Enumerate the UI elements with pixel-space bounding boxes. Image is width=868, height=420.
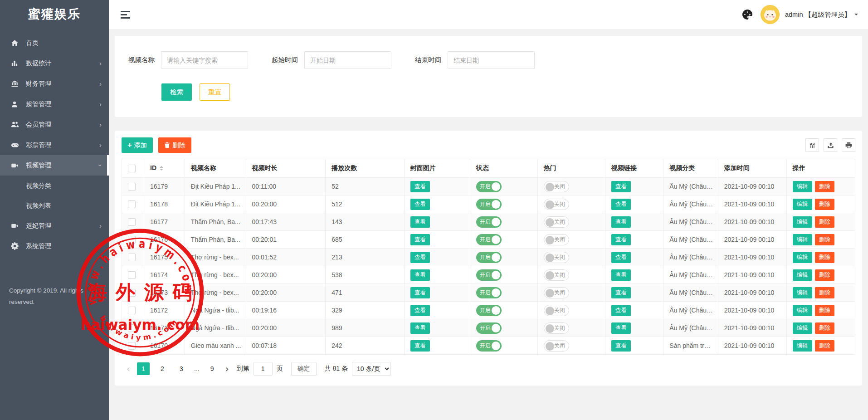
sidebar-item-concubine[interactable]: 选妃管理 › — [0, 215, 109, 236]
next-page-icon[interactable]: › — [225, 363, 229, 374]
sidebar-item-lottery[interactable]: 彩票管理 › — [0, 135, 109, 155]
view-cover-button[interactable]: 查看 — [410, 199, 430, 210]
row-checkbox[interactable] — [128, 183, 136, 190]
status-toggle-on[interactable]: 开启 — [476, 340, 502, 352]
delete-row-button[interactable]: 删除 — [815, 340, 834, 352]
view-cover-button[interactable]: 查看 — [410, 269, 430, 281]
hot-toggle-off[interactable]: 关闭 — [544, 340, 569, 352]
row-checkbox[interactable] — [128, 289, 136, 297]
hot-toggle-off[interactable]: 关闭 — [544, 199, 569, 210]
user-avatar[interactable] — [761, 5, 780, 24]
prev-page-icon[interactable]: ‹ — [127, 363, 130, 374]
edit-button[interactable]: 编辑 — [793, 181, 812, 192]
sidebar-item-system[interactable]: 系统管理 › — [0, 236, 109, 256]
status-toggle-on[interactable]: 开启 — [476, 199, 502, 210]
view-link-button[interactable]: 查看 — [611, 269, 631, 281]
filter-columns-icon[interactable] — [805, 138, 819, 152]
sidebar-subitem-video-list[interactable]: 视频列表 — [0, 195, 109, 215]
status-toggle-on[interactable]: 开启 — [476, 216, 502, 228]
delete-row-button[interactable]: 删除 — [815, 199, 834, 210]
view-link-button[interactable]: 查看 — [611, 252, 631, 263]
hot-toggle-off[interactable]: 关闭 — [544, 252, 569, 263]
page-1[interactable]: 1 — [137, 362, 150, 375]
row-checkbox[interactable] — [128, 236, 136, 244]
row-checkbox[interactable] — [128, 200, 136, 208]
view-cover-button[interactable]: 查看 — [410, 305, 430, 316]
view-cover-button[interactable]: 查看 — [410, 181, 430, 192]
sort-icon[interactable] — [160, 164, 163, 172]
view-cover-button[interactable]: 查看 — [410, 340, 430, 352]
view-link-button[interactable]: 查看 — [611, 234, 631, 245]
row-checkbox[interactable] — [128, 218, 136, 226]
page-size-select[interactable]: 10 条/页 — [352, 362, 391, 376]
row-checkbox[interactable] — [128, 307, 136, 314]
sidebar-item-finance[interactable]: 财务管理 › — [0, 73, 109, 94]
username[interactable]: admin 【超级管理员】 — [785, 10, 851, 19]
view-link-button[interactable]: 查看 — [611, 181, 631, 192]
status-toggle-on[interactable]: 开启 — [476, 252, 502, 263]
hot-toggle-off[interactable]: 关闭 — [544, 287, 569, 298]
sidebar-item-home[interactable]: 首页 — [0, 33, 109, 53]
status-toggle-on[interactable]: 开启 — [476, 305, 502, 316]
view-link-button[interactable]: 查看 — [611, 322, 631, 334]
edit-button[interactable]: 编辑 — [793, 216, 812, 228]
hot-toggle-off[interactable]: 关闭 — [544, 269, 569, 281]
page-9[interactable]: 9 — [206, 362, 219, 375]
status-toggle-on[interactable]: 开启 — [476, 287, 502, 298]
hot-toggle-off[interactable]: 关闭 — [544, 216, 569, 228]
view-cover-button[interactable]: 查看 — [410, 216, 430, 228]
delete-row-button[interactable]: 删除 — [815, 181, 834, 192]
sidebar-item-members[interactable]: 会员管理 › — [0, 114, 109, 135]
status-toggle-on[interactable]: 开启 — [476, 322, 502, 334]
delete-row-button[interactable]: 删除 — [815, 252, 834, 263]
delete-button[interactable]: 删除 — [158, 137, 191, 153]
row-checkbox[interactable] — [128, 254, 136, 261]
user-dropdown-caret-icon[interactable] — [854, 14, 858, 17]
hot-toggle-off[interactable]: 关闭 — [544, 322, 569, 334]
delete-row-button[interactable]: 删除 — [815, 234, 834, 245]
row-checkbox[interactable] — [128, 342, 136, 350]
page-3[interactable]: 3 — [175, 362, 188, 375]
edit-button[interactable]: 编辑 — [793, 305, 812, 316]
delete-row-button[interactable]: 删除 — [815, 216, 834, 228]
goto-page-input[interactable] — [254, 362, 273, 376]
menu-toggle-icon[interactable] — [121, 11, 131, 19]
reset-button[interactable]: 重置 — [200, 83, 230, 101]
view-link-button[interactable]: 查看 — [611, 199, 631, 210]
edit-button[interactable]: 编辑 — [793, 340, 812, 352]
sidebar-subitem-video-category[interactable]: 视频分类 — [0, 176, 109, 195]
view-link-button[interactable]: 查看 — [611, 216, 631, 228]
export-icon[interactable] — [824, 138, 837, 152]
view-cover-button[interactable]: 查看 — [410, 252, 430, 263]
row-checkbox[interactable] — [128, 324, 136, 332]
hot-toggle-off[interactable]: 关闭 — [544, 305, 569, 316]
start-date-input[interactable] — [304, 51, 391, 69]
goto-confirm-button[interactable]: 确定 — [291, 362, 317, 376]
view-link-button[interactable]: 查看 — [611, 305, 631, 316]
search-button[interactable]: 检索 — [161, 83, 192, 101]
theme-palette-icon[interactable] — [742, 10, 752, 20]
add-button[interactable]: + 添加 — [122, 137, 153, 153]
view-link-button[interactable]: 查看 — [611, 287, 631, 298]
delete-row-button[interactable]: 删除 — [815, 322, 834, 334]
edit-button[interactable]: 编辑 — [793, 252, 812, 263]
edit-button[interactable]: 编辑 — [793, 322, 812, 334]
sidebar-item-superadmin[interactable]: 超管管理 › — [0, 94, 109, 114]
view-link-button[interactable]: 查看 — [611, 340, 631, 352]
hot-toggle-off[interactable]: 关闭 — [544, 181, 569, 192]
view-cover-button[interactable]: 查看 — [410, 287, 430, 298]
video-name-input[interactable] — [161, 51, 248, 69]
status-toggle-on[interactable]: 开启 — [476, 234, 502, 245]
view-cover-button[interactable]: 查看 — [410, 234, 430, 245]
status-toggle-on[interactable]: 开启 — [476, 181, 502, 192]
page-2[interactable]: 2 — [156, 362, 169, 375]
print-icon[interactable] — [842, 138, 855, 152]
sidebar-item-video[interactable]: 视频管理 › — [0, 155, 109, 176]
sidebar-item-stats[interactable]: 数据统计 › — [0, 53, 109, 73]
delete-row-button[interactable]: 删除 — [815, 269, 834, 281]
edit-button[interactable]: 编辑 — [793, 234, 812, 245]
delete-row-button[interactable]: 删除 — [815, 305, 834, 316]
hot-toggle-off[interactable]: 关闭 — [544, 234, 569, 245]
edit-button[interactable]: 编辑 — [793, 269, 812, 281]
end-date-input[interactable] — [448, 51, 535, 69]
